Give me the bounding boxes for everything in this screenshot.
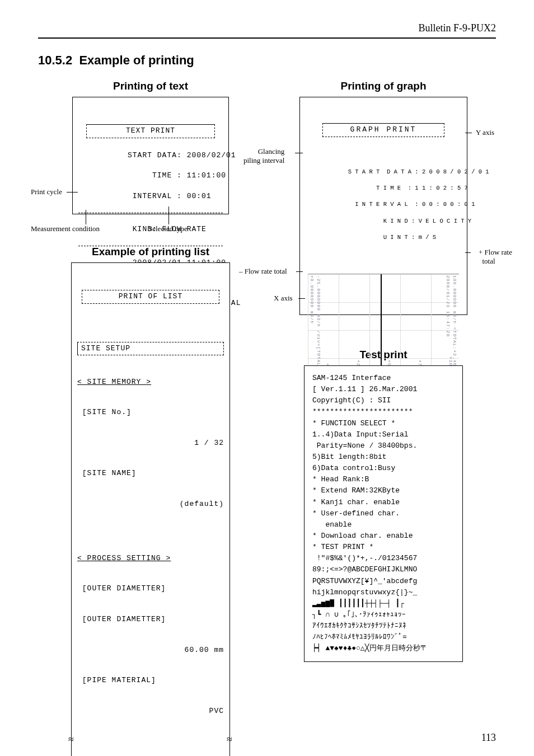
gp-line1: S T A R T D A T A : 2 0 0 8 / 0 2 / 0 1 — [348, 168, 489, 175]
test-line-1: [ Ver.1.11 ] 26.Mar.2001 — [312, 384, 455, 395]
header-divider — [38, 37, 496, 39]
graph-print-title: Printing of graph — [340, 80, 426, 92]
test-line-6: Parity=None / 38400bps. — [312, 440, 455, 452]
test-line-22: ┐┗ ∩ ∪ ｡｢｣､･ｦｧｨｩｪｫｬｭｮｯｰ — [312, 609, 455, 621]
text-print-header: TEXT PRINT — [86, 124, 215, 138]
site-no: [SITE No.] — [77, 407, 224, 417]
site-memory: < SITE MEMORY > — [77, 377, 224, 387]
test-line-23: ｱｲｳｴｵｶｷｸｹｺｻｼｽｾｿﾀﾁﾂﾃﾄﾅﾆﾇﾈ — [312, 621, 455, 632]
pipe-material-val: PVC — [77, 706, 224, 716]
site-no-val: 1 / 32 — [77, 438, 224, 448]
site-setup-box: SITE SETUP — [77, 342, 224, 355]
list-print-figure: PRINT OF LIST SITE SETUP < SITE MEMORY >… — [71, 262, 230, 756]
graph-print-figure: GRAPH PRINT S T A R T D A T A : 2 0 0 8 … — [299, 97, 467, 315]
tp-line2: TIME : 11:01:00 — [128, 171, 226, 180]
section-number: 10.5.2 — [38, 53, 72, 67]
annot-glancing: Glancing piling interval — [243, 147, 284, 165]
annot-selected-type: Selected type — [148, 224, 188, 233]
pipe-material: [PIPE MATERIAL] — [77, 675, 224, 685]
test-line-13: enable — [312, 519, 455, 530]
outer-diam2: [OUTER DIAMETTER] — [77, 614, 224, 624]
test-line-2: Copyright(C) : SII — [312, 395, 455, 406]
section-heading: 10.5.2 Example of printing — [38, 53, 496, 68]
process-setting: < PROCESS SETTING > — [77, 553, 224, 564]
test-line-21: ▂▃▅▆█ ┃┃┃┃┃┃┼┼┤├─┤ ┃┌ — [312, 598, 455, 609]
test-line-4: * FUNCTION SELECT * — [312, 418, 455, 429]
test-line-3: *********************** — [312, 406, 455, 417]
test-line-9: * Head Rank:B — [312, 474, 455, 485]
list-print-header: PRINT OF LIST — [82, 290, 219, 303]
test-line-14: * Download char. enable — [312, 530, 455, 542]
outer-diam-val: 60.00 mm — [77, 645, 224, 655]
test-line-25: ┝┥ ▲▼♠♥♦♣●○△╳円年月日時分秒〒 — [312, 643, 455, 654]
annot-x-axis: X axis — [274, 294, 293, 303]
gp-line5: U I N T : m / S — [348, 234, 437, 241]
annot-print-cycle: Print cycle — [31, 187, 62, 196]
test-line-19: PQRSTUVWXYZ[¥]^_'abcdefg — [312, 576, 455, 587]
page-number: 113 — [481, 732, 496, 744]
test-line-18: 89:;<=>?@ABCDEFGHIJKLMNO — [312, 564, 455, 575]
gp-line3: I N T E R V A L : 0 0 : 0 0 : 0 1 — [348, 201, 475, 208]
site-name: [SITE NAME] — [77, 468, 224, 478]
test-line-5: 1..4)Data Input:Serial — [312, 429, 455, 440]
site-name-val: (default) — [77, 499, 224, 509]
test-line-11: * Kanji char. enable — [312, 497, 455, 508]
test-print-figure: SAM-1245 Interface [ Ver.1.11 ] 26.Mar.2… — [304, 365, 463, 662]
graph-print-header: GRAPH PRINT — [322, 123, 444, 137]
bulletin-id: Bulletin F-9-PUX2 — [38, 22, 496, 34]
test-line-10: * Extend RAM:32KByte — [312, 485, 455, 496]
test-line-0: SAM-1245 Interface — [312, 373, 455, 384]
text-print-figure: TEXT PRINT START DATA: 2008/02/01 TIME :… — [72, 97, 229, 214]
test-line-7: 5)Bit length:8bit — [312, 452, 455, 463]
annot-y-axis: Y axis — [476, 128, 494, 137]
test-line-17: !"#$%&'()*+,-./01234567 — [312, 553, 455, 564]
outer-diam1: [OUTER DIAMETTER] — [77, 584, 224, 594]
tp-line1: START DATA: 2008/02/01 — [128, 151, 236, 159]
annot-minus-flow: – Flow rate total — [239, 267, 287, 276]
section-title-text: Example of printing — [79, 53, 194, 67]
annot-meas-cond: Measurement condition — [31, 224, 100, 233]
text-print-title: Printing of text — [113, 80, 188, 92]
gp-line2: T I M E : 1 1 : 0 2 : 5 7 — [348, 185, 468, 191]
axis-left-top: +0.0000000 m3/h — [309, 275, 315, 324]
test-line-20: hijklmnopqrstuvwxyz{|}~_ — [312, 587, 455, 598]
axis-right-top: 2008/01/23 14:47:28 — [445, 275, 451, 337]
test-line-16: * TEST PRINT * — [312, 542, 455, 553]
annot-plus-flow: + Flow rate total — [479, 248, 512, 266]
test-line-8: 6)Data control:Busy — [312, 463, 455, 474]
gp-line4: K I N D : V E L O C I T Y — [348, 218, 472, 224]
test-line-12: * User-defined char. — [312, 508, 455, 519]
test-line-24: ﾉﾊﾋﾌﾍﾎﾏﾐﾑﾒﾓﾔﾕﾖﾗﾘﾙﾚﾛﾜﾝﾞﾟ= — [312, 632, 455, 643]
tp-line3: INTERVAL : 00:01 — [128, 192, 212, 200]
